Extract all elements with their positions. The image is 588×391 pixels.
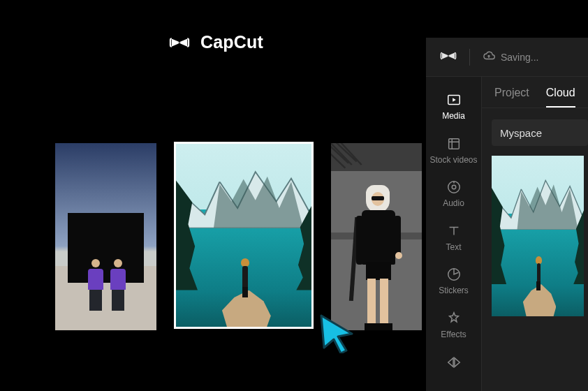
space-dropdown-value: Myspace [500, 127, 542, 139]
siderail-stock-videos[interactable]: Stock videos [429, 129, 479, 173]
tabs: Project Cloud [482, 77, 588, 108]
stickers-icon [446, 267, 462, 282]
capcut-logo-icon[interactable] [440, 47, 457, 67]
brand-name: CapCut [200, 32, 263, 52]
siderail-stickers[interactable]: Stickers [429, 260, 479, 304]
editor-topbar: Saving... [426, 38, 588, 77]
media-thumb[interactable] [331, 143, 422, 330]
siderail: Media Stock videos Audio Text Stickers E… [426, 77, 482, 391]
transition-icon [446, 355, 462, 370]
save-status-text: Saving... [501, 52, 538, 63]
tab-project[interactable]: Project [494, 87, 529, 108]
media-icon [446, 92, 462, 108]
siderail-media[interactable]: Media [429, 85, 479, 129]
media-thumb-selected[interactable] [174, 142, 314, 329]
svg-rect-4 [448, 138, 459, 149]
capcut-logo-icon [167, 33, 192, 52]
promo-stage: CapCut [24, 0, 406, 391]
space-dropdown[interactable]: Myspace [492, 119, 588, 146]
main-panel: Project Cloud Myspace [482, 77, 588, 391]
save-status: Saving... [483, 50, 538, 64]
media-thumb-row [55, 143, 422, 330]
audio-icon [446, 179, 462, 195]
siderail-transition[interactable] [429, 348, 479, 383]
cloud-upload-icon [483, 50, 495, 64]
text-icon [446, 223, 462, 239]
stage-header: CapCut [24, 32, 406, 52]
divider [469, 49, 470, 66]
stock-videos-icon [446, 136, 462, 152]
editor-window: Saving... Media Stock videos Audio Text … [425, 38, 588, 391]
siderail-audio[interactable]: Audio [429, 172, 479, 216]
siderail-effects[interactable]: Effects [429, 304, 479, 348]
effects-icon [446, 311, 462, 326]
siderail-text[interactable]: Text [429, 216, 479, 260]
cloud-clip-thumb[interactable] [492, 156, 584, 316]
media-thumb[interactable] [55, 143, 156, 330]
svg-point-6 [452, 185, 456, 189]
tab-cloud[interactable]: Cloud [546, 87, 575, 108]
